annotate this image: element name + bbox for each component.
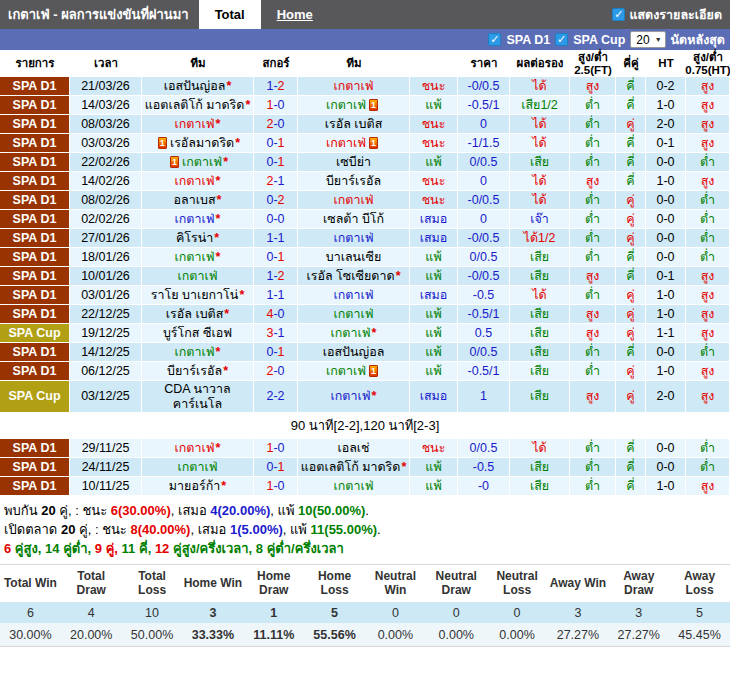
stats-percent-cell: 33.33% [182, 623, 243, 646]
handicap-price: 0/0.5 [458, 248, 510, 267]
away-team-name: แอตเลติโก้ มาดริด [301, 460, 401, 474]
away-goals: 0 [278, 479, 285, 493]
table-header: รายการเวลาทีมสกอร์ทีมราคาผลต่อรองสูง/ต่ำ… [0, 50, 730, 77]
summary-segment: 8(40.00%) [130, 522, 190, 537]
match-result: เสมอ [410, 210, 458, 229]
away-goals: 2 [278, 389, 285, 403]
summary-segment: คู่, : ชนะ [75, 522, 130, 537]
handicap-result: เสีย [510, 381, 570, 413]
over-under-ft: ต่ำ [570, 229, 616, 248]
home-team: เกตาเฟ่ [142, 458, 254, 477]
summary-segment: , แพ้ [270, 503, 298, 518]
handicap-price: -0.5/1 [458, 362, 510, 381]
over-under-ht: สูง [686, 267, 730, 286]
stats-percent-cell: 0.00% [426, 623, 487, 646]
league-badge: SPA D1 [0, 96, 70, 115]
away-goals: 0 [278, 307, 285, 321]
match-count-select[interactable]: 20 ▼ [630, 31, 665, 48]
stats-count-cell: 0 [365, 602, 426, 623]
away-goals: 1 [278, 288, 285, 302]
handicap-price: 0/0.5 [458, 153, 510, 172]
stats-percent-cell: 55.56% [304, 623, 365, 646]
match-date: 21/03/26 [70, 77, 142, 96]
summary-segment: , แพ้ [283, 522, 311, 537]
league-filter-spa-cup-label: SPA Cup [573, 33, 625, 47]
over-under-ft: ต่ำ [570, 96, 616, 115]
home-team-name: เรอัล เบติส [166, 307, 224, 321]
over-under-ht: สูง [686, 305, 730, 324]
summary-segment: , เสมอ [190, 522, 230, 537]
stats-percent-cell: 0.00% [365, 623, 426, 646]
odd-even: คู่ [616, 286, 646, 305]
red-card-icon: 1 [158, 137, 167, 149]
home-goals: 0 [266, 155, 273, 169]
ht-score: 1-1 [646, 324, 686, 343]
show-details-label: แสดงรายละเอียด [629, 5, 722, 25]
home-team: บียาร์เรอัล* [142, 362, 254, 381]
odd-even: คี่ [616, 77, 646, 96]
stats-count-cell: 4 [61, 602, 122, 623]
home-goals: 1 [266, 79, 273, 93]
over-under-ht: ต่ำ [686, 439, 730, 458]
away-team-name: เอสปันญ่อล [323, 345, 385, 359]
table-row: SPA D103/01/26ราโย บาเยกาโน่*1-1เกตาเฟ่เ… [0, 286, 730, 305]
league-filter-spa-d1-checkbox[interactable]: ✓ [488, 33, 501, 46]
odd-even: คู่ [616, 229, 646, 248]
tab-total[interactable]: Total [199, 0, 261, 29]
home-star-icon: * [216, 212, 221, 226]
over-under-ft: ต่ำ [570, 458, 616, 477]
home-star-icon: * [396, 269, 401, 283]
table-row: SPA D103/03/261เรอัลมาดริด*0-1เกตาเฟ่1ชน… [0, 134, 730, 153]
handicap-price: -0 [458, 477, 510, 496]
home-goals: 1 [266, 479, 273, 493]
handicap-result: ได้ [510, 286, 570, 305]
over-under-ht: สูง [686, 477, 730, 496]
table-row: SPA D118/01/26เกตาเฟ่*0-1บาเลนเซียแพ้0/0… [0, 248, 730, 267]
match-score: 2-0 [254, 362, 298, 381]
handicap-price: 0 [458, 172, 510, 191]
handicap-result: เสีย1/2 [510, 96, 570, 115]
summary-segment: 20 [41, 503, 55, 518]
column-header: คี่คู่ [616, 50, 646, 77]
over-under-ft: ต่ำ [570, 153, 616, 172]
tab-home[interactable]: Home [261, 0, 329, 29]
away-team: เกตาเฟ่* [298, 381, 410, 413]
handicap-result: เจ๊า [510, 210, 570, 229]
table-row: SPA D122/12/25เรอัล เบติส*4-0เกตาเฟ่แพ้-… [0, 305, 730, 324]
match-score: 1-1 [254, 229, 298, 248]
match-result: ชนะ [410, 77, 458, 96]
home-team: เกตาเฟ่* [142, 210, 254, 229]
home-goals: 1 [266, 231, 273, 245]
top-bar: เกตาเฟ่ - ผลการแข่งขันที่ผ่านมา Total Ho… [0, 0, 730, 29]
home-team-name: เกตาเฟ่ [175, 250, 215, 264]
over-under-ht: สูง [686, 286, 730, 305]
table-row: SPA Cup19/12/25บูร์โกส ซีเอฟ3-1เกตาเฟ่*แ… [0, 324, 730, 343]
summary-segment: 8 [256, 541, 263, 556]
summary-segment: . [365, 503, 369, 518]
match-score: 1-1 [254, 286, 298, 305]
league-filter-spa-cup-checkbox[interactable]: ✓ [555, 33, 568, 46]
stats-count-cell: 3 [182, 602, 243, 623]
home-team-name: เกตาเฟ่ [182, 155, 222, 169]
home-team-name: บูร์โกส ซีเอฟ [163, 326, 232, 340]
league-badge: SPA D1 [0, 439, 70, 458]
match-score: 2-1 [254, 172, 298, 191]
handicap-result: ได้ [510, 115, 570, 134]
home-team-name: บียาร์เรอัล [167, 364, 222, 378]
odd-even: คี่ [616, 439, 646, 458]
match-date: 08/02/26 [70, 191, 142, 210]
match-date: 02/02/26 [70, 210, 142, 229]
odd-even: คู่ [616, 381, 646, 413]
handicap-price: -0/0.5 [458, 77, 510, 96]
handicap-result: ได้ [510, 439, 570, 458]
odd-even: คี่ [616, 477, 646, 496]
show-details-checkbox[interactable]: ✓ [612, 8, 625, 21]
handicap-price: -0/0.5 [458, 191, 510, 210]
over-under-ft: ต่ำ [570, 248, 616, 267]
summary-segment: 10(50.00%) [298, 503, 365, 518]
market-open-line: เปิดตลาด 20 คู่, : ชนะ 8(40.00%), เสมอ 1… [4, 520, 730, 539]
over-under-ft: ต่ำ [570, 286, 616, 305]
stats-percent-cell: 27.27% [608, 623, 669, 646]
odd-even: คู่ [616, 210, 646, 229]
stats-count-cell: 0 [487, 602, 548, 623]
